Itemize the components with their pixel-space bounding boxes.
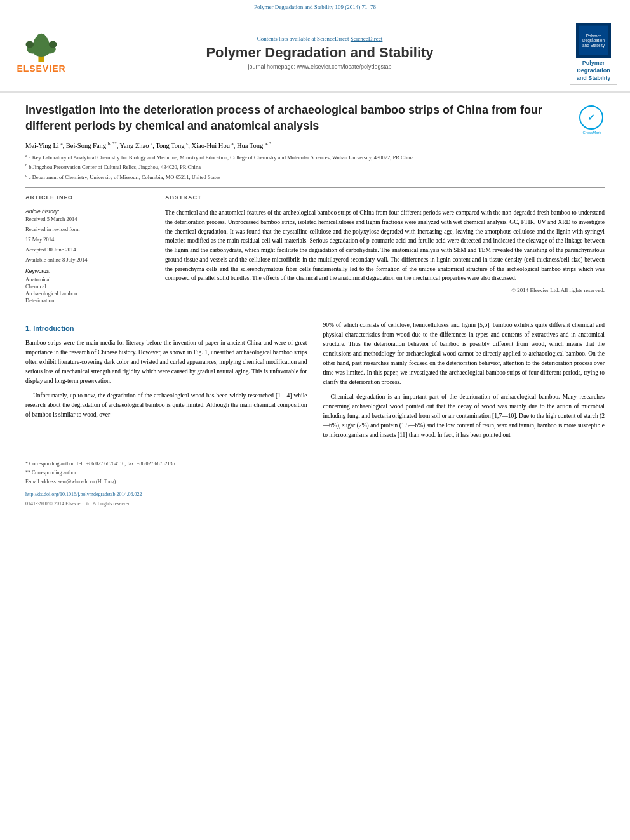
journal-homepage: journal homepage: www.elsevier.com/locat…: [76, 63, 563, 70]
svg-point-7: [49, 41, 57, 48]
abstract-heading: ABSTRACT: [165, 194, 605, 203]
footnote-2: ** Corresponding author.: [25, 469, 605, 477]
article-info-abstract: ARTICLE INFO Article history: Received 5…: [25, 194, 605, 304]
received-revised-label: Received in revised form: [25, 226, 142, 232]
article-info-column: ARTICLE INFO Article history: Received 5…: [25, 194, 152, 304]
sciencedirect-text: Contents lists available at ScienceDirec…: [76, 36, 563, 42]
footnote-area: * Corresponding author. Tel.: +86 027 68…: [25, 455, 605, 508]
abstract-column: ABSTRACT The chemical and the anatomical…: [165, 194, 605, 304]
divider-2: [25, 314, 605, 314]
history-label: Article history:: [25, 208, 142, 215]
article-title: Investigation into the deterioration pro…: [25, 102, 572, 133]
journal-header: ELSEVIER Contents lists available at Sci…: [0, 13, 630, 93]
affiliations: a a Key Laboratory of Analytical Chemist…: [25, 153, 605, 182]
keyword-anatomical: Anatomical: [25, 276, 142, 283]
doi-link[interactable]: http://dx.doi.org/10.1016/j.polymdegrads…: [25, 491, 605, 498]
crossmark-icon: ✓: [579, 105, 603, 130]
affiliation-c: c c Department of Chemistry, University …: [25, 173, 605, 182]
authors-line: Mei-Ying Li a, Bei-Song Fang b, **, Yang…: [25, 141, 605, 149]
intro-para-4: Chemical degradation is an important par…: [323, 392, 605, 440]
affiliation-a: a a Key Laboratory of Analytical Chemist…: [25, 153, 605, 162]
journal-citation: Polymer Degradation and Stability 109 (2…: [254, 4, 376, 10]
available-date: Available online 8 July 2014: [25, 257, 142, 263]
accepted-date: Accepted 30 June 2014: [25, 246, 142, 253]
elsevier-wordmark: ELSEVIER: [17, 63, 65, 74]
abstract-paragraph: The chemical and the anatomical features…: [165, 208, 605, 283]
intro-col-right: 90% of which consists of cellulose, hemi…: [323, 321, 605, 445]
elsevier-logo: ELSEVIER: [13, 32, 70, 74]
divider-1: [25, 187, 605, 188]
keywords-label: Keywords:: [25, 268, 142, 274]
journal-top-bar: Polymer Degradation and Stability 109 (2…: [0, 0, 630, 13]
received-date: Received 5 March 2014: [25, 216, 142, 222]
keyword-deterioration: Deterioration: [25, 297, 142, 303]
intro-para-1: Bamboo strips were the main media for li…: [25, 338, 307, 386]
svg-text:and Stability: and Stability: [582, 43, 605, 48]
journal-side-logo: Polymer Degradation and Stability Polyme…: [570, 20, 617, 85]
abstract-text: The chemical and the anatomical features…: [165, 208, 605, 283]
footnote-1: * Corresponding author. Tel.: +86 027 68…: [25, 460, 605, 468]
keyword-archaeological: Archaeological bamboo: [25, 290, 142, 297]
intro-para-2: Unfortunately, up to now, the degradatio…: [25, 391, 307, 420]
svg-point-6: [25, 41, 34, 48]
journal-cover-icon: Polymer Degradation and Stability: [576, 23, 611, 58]
article-info-heading: ARTICLE INFO: [25, 194, 142, 203]
article-body: Investigation into the deterioration pro…: [0, 93, 630, 521]
svg-point-3: [37, 33, 46, 41]
crossmark-label: CrossMark: [579, 131, 605, 135]
abstract-copyright: © 2014 Elsevier Ltd. All rights reserved…: [165, 287, 605, 293]
main-text-columns: 1. Introduction Bamboo strips were the m…: [25, 321, 605, 445]
keyword-chemical: Chemical: [25, 283, 142, 290]
elsevier-tree-icon: [19, 32, 64, 63]
intro-heading: 1. Introduction: [25, 323, 307, 334]
footnote-3: E-mail address: sem@whu.edu.cn (H. Tong)…: [25, 478, 605, 486]
side-logo-title: Polymer Degradation and Stability: [573, 60, 614, 82]
issn-text: 0141-3910/© 2014 Elsevier Ltd. All right…: [25, 500, 605, 508]
crossmark-badge[interactable]: ✓ CrossMark: [579, 105, 605, 131]
keywords-section: Keywords: Anatomical Chemical Archaeolog…: [25, 268, 142, 303]
journal-center-header: Contents lists available at ScienceDirec…: [76, 36, 563, 70]
affiliation-b: b b Jingzhou Preservation Center of Cult…: [25, 163, 605, 171]
article-title-section: Investigation into the deterioration pro…: [25, 102, 605, 133]
received-revised-date: 17 May 2014: [25, 236, 142, 243]
intro-col-left: 1. Introduction Bamboo strips were the m…: [25, 321, 307, 445]
journal-title: Polymer Degradation and Stability: [76, 44, 563, 61]
intro-para-3: 90% of which consists of cellulose, hemi…: [323, 321, 605, 387]
sciencedirect-link[interactable]: ScienceDirect: [351, 36, 382, 42]
